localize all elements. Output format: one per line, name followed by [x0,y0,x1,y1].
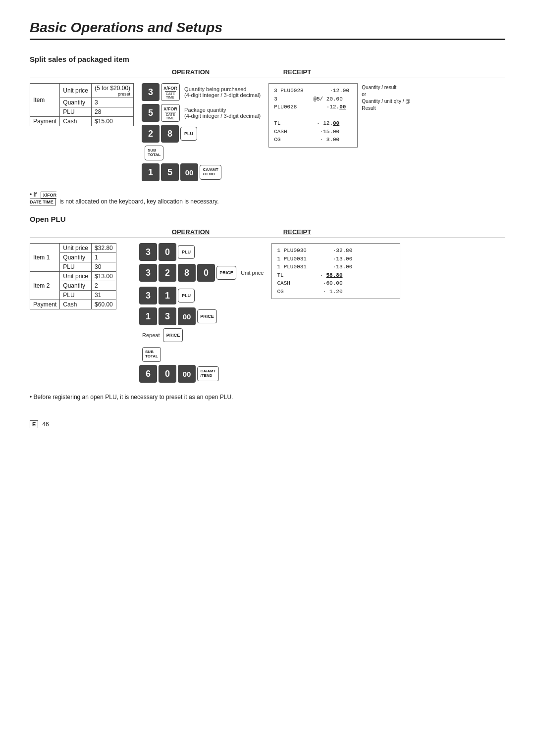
key-5-split[interactable]: 5 [142,104,160,122]
op-header-1: OPERATION [172,68,210,76]
section2-operation: 3 0 PLU 3 2 8 0 PRICE Unit price 3 1 PLU [139,243,264,386]
section2-info-table: Item 1 Unit price $32.80 Quantity 1 PLU … [30,243,131,309]
section1-operation: 3 X/FOR DATETIME Quantity being purchase… [142,83,261,184]
step2-annot2: (4-digit integer / 3-digit decimal) [184,113,261,119]
unit-price-label: Unit price [241,270,264,276]
key-0b-open[interactable]: 0 [197,264,215,282]
key-subtotal-split[interactable]: SUBTOTAL [145,146,163,160]
key-8-split[interactable]: 8 [161,125,179,143]
section2-heading: Open PLU [30,215,505,223]
step1-annot1: Quantity being purchased [184,86,261,92]
step1-annot2: (4-digit integer / 3-digit decimal) [184,92,261,98]
receipt-header-1: RECEIPT [283,68,311,76]
key-00b-open[interactable]: 00 [178,365,196,383]
page-title: Basic Operations and Setups [30,20,505,40]
key-0-open[interactable]: 0 [159,243,176,261]
key-8-open[interactable]: 8 [178,264,196,282]
key-2-open[interactable]: 2 [159,264,176,282]
key-3d-open[interactable]: 3 [159,307,176,325]
footer: E 46 [30,420,505,428]
repeat-label: Repeat [142,332,160,338]
key-3-split[interactable]: 3 [142,83,160,101]
key-caamt-split[interactable]: CA/AMT/TEND [200,165,221,180]
key-5b-split[interactable]: 5 [161,163,179,181]
section1-receipt-box: 3 PLU0028 ·12.00 3 @5/ 20.00 PLU0028 ·12… [268,83,358,148]
key-caamt-open[interactable]: CA/AMT/TEND [197,366,219,381]
key-plu-open1[interactable]: PLU [178,245,195,259]
key-price-open1[interactable]: PRICE [216,266,236,280]
key-0c-open[interactable]: 0 [159,365,176,383]
key-00-split[interactable]: 00 [180,163,198,181]
key-plu-split[interactable]: PLU [180,127,197,141]
section1-info-table: Item Unit price (5 for $20.00)preset Qua… [30,83,134,126]
step2-annot1: Package quantity [184,107,261,113]
receipt-header-2: RECEIPT [283,228,311,236]
section2-receipt: 1 PLU0030 ·32.80 1 PLU0031 ·13.00 1 PLU0… [271,243,400,299]
section-split-sales: Split sales of packaged item OPERATION R… [30,55,505,205]
section-open-plu: Open PLU OPERATION RECEIPT Item 1 Unit p… [30,215,505,401]
key-3b-open[interactable]: 3 [139,264,157,282]
section1-receipt-annot: Quantity / result or Quantity / unit q't… [362,83,410,112]
section2-note: • Before registering an open PLU, it is … [30,394,505,401]
section1-note: • If X/FORDATE TIME is not allocated on … [30,191,505,205]
key-price-repeat[interactable]: PRICE [163,328,183,342]
footer-page: 46 [42,421,49,428]
key-6-open[interactable]: 6 [139,365,157,383]
key-1-split[interactable]: 1 [142,163,160,181]
key-subtotal-open[interactable]: SUBTOTAL [142,347,161,362]
key-2-split[interactable]: 2 [142,125,160,143]
key-price-open2[interactable]: PRICE [197,309,217,323]
key-xfor-2[interactable]: X/FOR DATETIME [161,104,180,122]
op-header-2: OPERATION [172,228,210,236]
key-00-open[interactable]: 00 [178,307,196,325]
key-3-open[interactable]: 3 [139,243,157,261]
footer-label: E [30,420,38,428]
section1-heading: Split sales of packaged item [30,55,505,63]
key-1-open2[interactable]: 1 [139,307,157,325]
key-3c-open[interactable]: 3 [139,287,157,304]
key-1-open[interactable]: 1 [159,287,176,304]
section2-receipt-box: 1 PLU0030 ·32.80 1 PLU0031 ·13.00 1 PLU0… [271,243,400,299]
key-plu-open2[interactable]: PLU [178,289,195,302]
section1-receipt: 3 PLU0028 ·12.00 3 @5/ 20.00 PLU0028 ·12… [268,83,417,148]
key-xfor-1[interactable]: X/FOR DATETIME [161,83,180,101]
